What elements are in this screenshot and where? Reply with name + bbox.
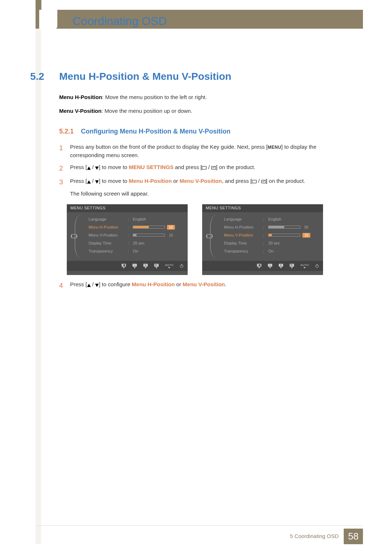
- osd-enter-icon: ↵: [290, 264, 294, 268]
- osd-label: Language: [89, 217, 126, 221]
- term-menu-h: Menu H-Position: [59, 94, 102, 100]
- section-title: Menu H-Position & Menu V-Position: [59, 71, 231, 82]
- step-4-end: .: [225, 281, 226, 287]
- osd-item-h-position: Menu H-Position : 50: [89, 223, 186, 231]
- step-3-highlight-v: Menu V-Position: [180, 178, 222, 184]
- osd-label: Menu V-Position: [224, 233, 261, 237]
- up-triangle-icon: [87, 284, 91, 287]
- osd-slider-value: 10: [302, 233, 310, 238]
- osd-item-display-time: Display Time : 20 sec: [89, 239, 186, 247]
- return-icon: [211, 166, 216, 169]
- step-2-text-a: Press [: [70, 164, 87, 170]
- osd-value: On: [268, 249, 274, 253]
- side-column-shade: [36, 29, 41, 544]
- osd-plus-icon: +: [279, 264, 283, 268]
- step-4-highlight-h: Menu H-Position: [132, 281, 175, 287]
- osd-label: Display Time: [89, 241, 126, 245]
- osd-back-icon: ◀: [257, 264, 261, 268]
- osd-auto-icon: AUTO: [301, 263, 309, 268]
- osd-slider-h: 50: [133, 225, 186, 230]
- osd-screenshots: MENU SETTINGS Language : English Menu H-…: [67, 204, 323, 275]
- term-menu-h-desc: : Move the menu position to the left or …: [102, 94, 207, 100]
- step-3-highlight-h: Menu H-Position: [129, 178, 172, 184]
- osd-header: MENU SETTINGS: [202, 204, 323, 212]
- osd-item-transparency: Transparency : On: [89, 247, 186, 255]
- osd-item-display-time: Display Time : 20 sec: [224, 239, 322, 247]
- osd-header: MENU SETTINGS: [67, 204, 188, 212]
- osd-menu-list: Language : English Menu H-Position : 50 …: [81, 212, 188, 261]
- rect-icon: [202, 166, 207, 169]
- osd-panel-h: MENU SETTINGS Language : English Menu H-…: [67, 204, 188, 275]
- osd-side-icon-col: [67, 212, 81, 261]
- osd-item-language: Language : English: [224, 215, 322, 223]
- osd-slider-value: 50: [302, 225, 310, 230]
- osd-footer: ◀ − + ↵ AUTO: [202, 261, 323, 271]
- osd-value: English: [268, 217, 281, 221]
- step-1: 1 Press any button on the front of the p…: [59, 143, 335, 160]
- intro-paragraph-h: Menu H-Position: Move the menu position …: [59, 94, 207, 100]
- return-icon: [261, 180, 266, 183]
- footer-chapter: 5 Coordinating OSD: [285, 529, 344, 544]
- chapter-title: Coordinating OSD: [73, 15, 167, 28]
- osd-value: 20 sec: [133, 241, 144, 245]
- osd-slider-v: 10: [268, 233, 322, 238]
- osd-value: 20 sec: [268, 241, 280, 245]
- step-3-text-a: Press [: [70, 178, 87, 184]
- osd-menu-list: Language : English Menu H-Position : 50 …: [217, 212, 323, 261]
- osd-side-icon-col: [202, 212, 217, 261]
- step-2-text-c: and press [: [173, 164, 202, 170]
- osd-auto-icon: AUTO: [165, 263, 173, 268]
- corner-strip: [36, 0, 41, 10]
- step-3-or: or: [172, 178, 180, 184]
- osd-item-transparency: Transparency : On: [224, 247, 322, 255]
- page-footer: 5 Coordinating OSD 58: [0, 525, 392, 544]
- osd-item-v-position: Menu V-Position : 10: [224, 231, 322, 239]
- up-triangle-icon: [87, 167, 91, 170]
- step-3-note: The following screen will appear.: [70, 190, 335, 197]
- osd-power-icon: [315, 264, 319, 268]
- osd-label: Menu H-Position: [89, 225, 126, 229]
- step-2-highlight: MENU SETTINGS: [129, 164, 173, 170]
- step-1-text-a: Press any button on the front of the pro…: [70, 144, 268, 150]
- osd-plus-icon: +: [143, 264, 148, 268]
- osd-minus-icon: −: [132, 264, 137, 268]
- step-4-number: 4: [59, 280, 70, 291]
- osd-label: Transparency: [89, 249, 126, 253]
- osd-back-icon: ◀: [122, 264, 126, 268]
- step-3: 3 Press [ / ] to move to Menu H-Position…: [59, 177, 335, 187]
- step-2-text-b: ] to move to: [99, 164, 129, 170]
- term-menu-v-desc: : Move the menu position up or down.: [102, 108, 192, 114]
- osd-label: Menu V-Position: [89, 233, 126, 237]
- osd-value: On: [133, 249, 138, 253]
- osd-power-icon: [180, 264, 183, 268]
- down-triangle-icon: [95, 284, 99, 287]
- term-menu-v: Menu V-Position: [59, 108, 102, 114]
- osd-slider-h: 50: [268, 225, 322, 230]
- osd-item-language: Language : English: [89, 215, 186, 223]
- osd-footer: ◀ − + ↵ AUTO: [67, 261, 188, 271]
- subsection-number: 5.2.1: [59, 128, 74, 135]
- down-triangle-icon: [95, 167, 99, 170]
- osd-enter-icon: ↵: [154, 264, 159, 268]
- step-2: 2 Press [ / ] to move to MENU SETTINGS a…: [59, 163, 335, 173]
- osd-label: Language: [224, 217, 261, 221]
- rect-icon: [252, 180, 257, 183]
- intro-paragraph-v: Menu V-Position: Move the menu position …: [59, 108, 192, 114]
- osd-label: Transparency: [224, 249, 261, 253]
- osd-label: Display Time: [224, 241, 261, 245]
- step-4-highlight-v: Menu V-Position: [183, 281, 225, 287]
- step-3-number: 3: [59, 177, 70, 187]
- step-3-text-b: ] to move to: [99, 178, 129, 184]
- menu-key-icon: MENU: [268, 145, 281, 150]
- osd-panel-v: MENU SETTINGS Language : English Menu H-…: [202, 204, 323, 275]
- osd-slider-v: 10: [133, 233, 186, 238]
- step-4: 4 Press [ / ] to configure Menu H-Positi…: [59, 280, 335, 294]
- osd-item-v-position: Menu V-Position : 10: [89, 231, 186, 239]
- osd-slider-value: 50: [167, 225, 175, 230]
- osd-minus-icon: −: [268, 264, 272, 268]
- step-4-text-a: Press [: [70, 281, 87, 287]
- steps-list: 1 Press any button on the front of the p…: [59, 143, 335, 200]
- step-3-text-d: ] on the product.: [266, 178, 305, 184]
- chapter-tab-shape: [39, 10, 57, 29]
- subsection-title: Configuring Menu H-Position & Menu V-Pos…: [81, 128, 230, 135]
